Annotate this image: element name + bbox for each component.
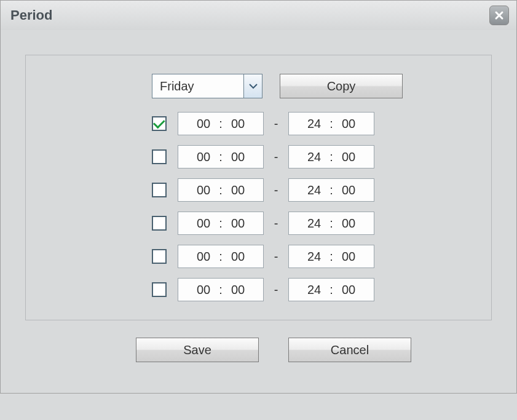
start-hour[interactable]: 00 (192, 150, 215, 164)
end-minute[interactable]: 00 (337, 250, 360, 264)
start-time-input[interactable]: 00:00 (178, 178, 264, 202)
period-enable-checkbox[interactable] (152, 183, 167, 197)
period-enable-checkbox[interactable] (152, 282, 167, 297)
end-hour[interactable]: 24 (303, 183, 325, 197)
start-time-input[interactable]: 00:00 (178, 278, 264, 301)
range-dash: - (264, 183, 288, 197)
periods-list: 00:00-24:0000:00-24:0000:00-24:0000:00-2… (26, 112, 491, 301)
period-row: 00:00-24:00 (152, 145, 491, 168)
start-hour[interactable]: 00 (192, 183, 215, 197)
close-icon (494, 10, 504, 20)
start-minute[interactable]: 00 (227, 250, 249, 264)
period-panel: Friday Copy 00:00-24:0000:00-24:0000:00-… (25, 55, 492, 320)
range-dash: - (264, 216, 288, 231)
end-hour[interactable]: 24 (303, 216, 325, 231)
start-time-input[interactable]: 00:00 (178, 245, 264, 268)
start-hour[interactable]: 00 (192, 117, 215, 131)
end-time-input[interactable]: 24:00 (288, 112, 374, 135)
start-minute[interactable]: 00 (227, 117, 249, 131)
time-colon: : (215, 250, 227, 264)
start-time-input[interactable]: 00:00 (178, 212, 264, 235)
period-row: 00:00-24:00 (152, 112, 491, 135)
cancel-button[interactable]: Cancel (288, 338, 411, 362)
time-colon: : (215, 216, 227, 231)
period-dialog: Period Friday Copy (0, 0, 517, 394)
range-dash: - (264, 250, 288, 264)
end-minute[interactable]: 00 (337, 283, 360, 297)
period-enable-checkbox[interactable] (152, 216, 167, 231)
time-colon: : (325, 216, 337, 231)
start-minute[interactable]: 00 (227, 183, 249, 197)
time-colon: : (325, 150, 337, 164)
end-minute[interactable]: 00 (337, 183, 360, 197)
chevron-down-icon (249, 83, 258, 89)
save-button[interactable]: Save (136, 338, 259, 362)
period-row: 00:00-24:00 (152, 212, 491, 235)
time-colon: : (215, 283, 227, 297)
end-time-input[interactable]: 24:00 (288, 212, 374, 235)
end-minute[interactable]: 00 (337, 117, 360, 131)
time-colon: : (325, 283, 337, 297)
end-time-input[interactable]: 24:00 (288, 145, 374, 168)
end-time-input[interactable]: 24:00 (288, 278, 374, 301)
start-minute[interactable]: 00 (227, 283, 249, 297)
end-minute[interactable]: 00 (337, 150, 360, 164)
period-row: 00:00-24:00 (152, 278, 491, 301)
end-time-input[interactable]: 24:00 (288, 178, 374, 202)
day-select[interactable]: Friday (152, 74, 262, 98)
time-colon: : (325, 183, 337, 197)
start-hour[interactable]: 00 (192, 250, 215, 264)
period-enable-checkbox[interactable] (152, 149, 167, 164)
end-hour[interactable]: 24 (303, 150, 325, 164)
period-row: 00:00-24:00 (152, 178, 491, 202)
dialog-body: Friday Copy 00:00-24:0000:00-24:0000:00-… (1, 30, 516, 393)
start-minute[interactable]: 00 (227, 150, 249, 164)
start-minute[interactable]: 00 (227, 216, 249, 231)
copy-button[interactable]: Copy (280, 74, 403, 98)
footer-buttons: Save Cancel (25, 338, 492, 362)
time-colon: : (215, 117, 227, 131)
close-button[interactable] (489, 6, 509, 25)
range-dash: - (264, 150, 288, 164)
range-dash: - (264, 117, 288, 131)
end-minute[interactable]: 00 (337, 216, 360, 231)
start-time-input[interactable]: 00:00 (178, 145, 264, 168)
time-colon: : (215, 183, 227, 197)
dropdown-arrow-box[interactable] (243, 74, 262, 98)
end-hour[interactable]: 24 (303, 283, 325, 297)
end-hour[interactable]: 24 (303, 250, 325, 264)
period-enable-checkbox[interactable] (152, 249, 167, 264)
dialog-title: Period (10, 7, 52, 23)
time-colon: : (325, 250, 337, 264)
start-hour[interactable]: 00 (192, 283, 215, 297)
start-time-input[interactable]: 00:00 (178, 112, 264, 135)
end-hour[interactable]: 24 (303, 117, 325, 131)
header-row: Friday Copy (26, 74, 491, 98)
start-hour[interactable]: 00 (192, 216, 215, 231)
period-enable-checkbox[interactable] (152, 116, 167, 131)
period-row: 00:00-24:00 (152, 245, 491, 268)
time-colon: : (325, 117, 337, 131)
end-time-input[interactable]: 24:00 (288, 245, 374, 268)
range-dash: - (264, 283, 288, 297)
time-colon: : (215, 150, 227, 164)
day-select-value: Friday (160, 79, 194, 93)
titlebar: Period (1, 1, 516, 30)
